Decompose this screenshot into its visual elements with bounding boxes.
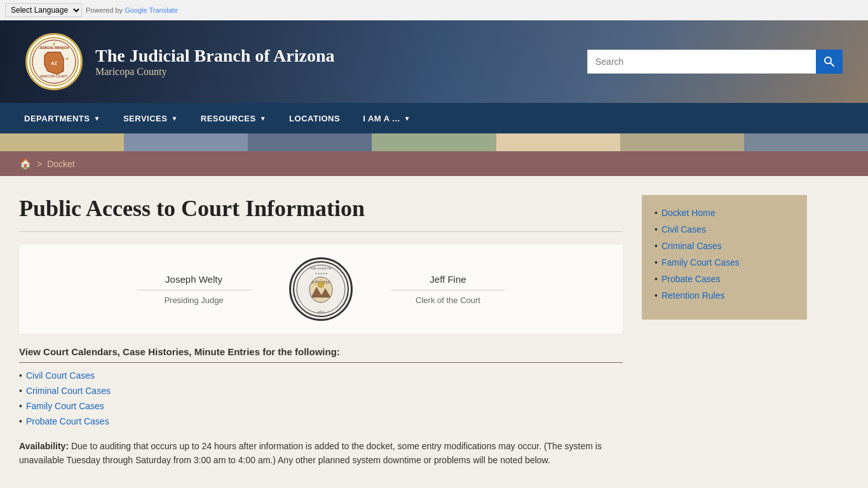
sidebar-list: Docket Home Civil Cases Criminal Cases F…: [654, 208, 794, 301]
language-select[interactable]: Select Language: [5, 3, 82, 17]
list-item: Probate Court Cases: [19, 416, 623, 426]
svg-line-10: [831, 63, 834, 66]
court-links-list: Civil Court Cases Criminal Court Cases F…: [19, 370, 623, 426]
resources-arrow: ▼: [260, 115, 266, 122]
breadcrumb-home-icon[interactable]: 🏠: [19, 158, 32, 170]
state-seal: THE STATE OF 1912 DITAT DEUS: [289, 257, 353, 321]
view-court-label: View Court Calendars, Case Histories, Mi…: [19, 346, 623, 363]
sidebar-item-probate-cases: Probate Cases: [654, 274, 794, 284]
site-header: JUDICIAL BRANCH MARICOPA COUNTY AZ The J…: [0, 20, 868, 103]
svg-text:MARICOPA COUNTY: MARICOPA COUNTY: [40, 75, 68, 78]
powered-by-label: Powered by Google Translate: [86, 6, 178, 14]
sidebar-item-civil-cases: Civil Cases: [654, 224, 794, 234]
services-arrow: ▼: [171, 115, 177, 122]
main-body: Public Access to Court Information Josep…: [19, 195, 623, 468]
sidebar-criminal-cases-link[interactable]: Criminal Cases: [661, 241, 722, 251]
main-content-bg: Public Access to Court Information Josep…: [0, 176, 868, 488]
i-am-a-arrow: ▼: [404, 115, 410, 122]
nav-services[interactable]: SERVICES ▼: [112, 103, 189, 133]
sidebar-family-court-link[interactable]: Family Court Cases: [661, 257, 740, 268]
sidebar-item-criminal-cases: Criminal Cases: [654, 241, 794, 251]
page-title: Public Access to Court Information: [19, 195, 623, 232]
nav-i-am-a[interactable]: I AM A ... ▼: [351, 103, 422, 133]
presiding-judge-block: Joseph Welty Presiding Judge: [137, 274, 251, 305]
header-title-block: The Judicial Branch of Arizona Maricopa …: [95, 46, 587, 78]
search-button[interactable]: [816, 50, 843, 74]
nav-resources[interactable]: RESOURCES ▼: [189, 103, 278, 133]
availability-text: Availability: Due to auditing that occur…: [19, 439, 623, 468]
sidebar-probate-cases-link[interactable]: Probate Cases: [661, 274, 721, 284]
site-subtitle: Maricopa County: [95, 66, 587, 78]
sidebar-item-docket-home: Docket Home: [654, 208, 794, 218]
svg-point-18: [318, 281, 324, 288]
main-nav: DEPARTMENTS ▼ SERVICES ▼ RESOURCES ▼ LOC…: [0, 103, 868, 133]
photo-strip: [0, 133, 868, 151]
sidebar: Docket Home Civil Cases Criminal Cases F…: [642, 195, 807, 468]
site-logo[interactable]: JUDICIAL BRANCH MARICOPA COUNTY AZ: [25, 33, 83, 90]
svg-text:1912: 1912: [318, 310, 325, 313]
availability-body: Due to auditing that occurs up to 24 hou…: [19, 441, 602, 465]
availability-bold: Availability:: [19, 441, 69, 451]
svg-text:AZ: AZ: [51, 61, 57, 65]
civil-court-cases-link[interactable]: Civil Court Cases: [26, 370, 95, 381]
svg-line-8: [65, 58, 69, 59]
list-item: Criminal Court Cases: [19, 386, 623, 396]
probate-court-cases-link[interactable]: Probate Court Cases: [26, 416, 109, 426]
family-court-cases-link[interactable]: Family Court Cases: [26, 401, 104, 411]
sidebar-docket-home-link[interactable]: Docket Home: [661, 208, 715, 218]
departments-arrow: ▼: [93, 115, 100, 122]
judge-name: Joseph Welty: [137, 274, 251, 290]
sidebar-item-retention-rules: Retention Rules: [654, 290, 794, 301]
sidebar-civil-cases-link[interactable]: Civil Cases: [661, 224, 706, 234]
search-area: [587, 50, 843, 74]
criminal-court-cases-link[interactable]: Criminal Court Cases: [26, 386, 111, 396]
clerk-block: Jeff Fine Clerk of the Court: [391, 274, 505, 305]
list-item: Civil Court Cases: [19, 370, 623, 381]
search-icon: [824, 56, 835, 67]
breadcrumb-current: Docket: [47, 159, 75, 169]
translate-bar: Select Language Powered by Google Transl…: [0, 0, 868, 20]
sidebar-item-family-court: Family Court Cases: [654, 257, 794, 268]
officials-section: Joseph Welty Presiding Judge THE STATE O…: [19, 245, 623, 334]
main-layout: Public Access to Court Information Josep…: [0, 176, 826, 487]
svg-text:THE STATE OF: THE STATE OF: [310, 267, 331, 270]
breadcrumb: 🏠 > Docket: [0, 151, 868, 176]
clerk-title: Clerk of the Court: [391, 295, 505, 305]
judge-title: Presiding Judge: [137, 295, 251, 305]
search-input[interactable]: [587, 50, 816, 74]
google-label: Google: [125, 6, 147, 14]
clerk-name: Jeff Fine: [391, 274, 505, 290]
sidebar-box: Docket Home Civil Cases Criminal Cases F…: [642, 195, 807, 320]
list-item: Family Court Cases: [19, 401, 623, 411]
translate-label: Translate: [149, 6, 178, 14]
breadcrumb-separator: >: [37, 159, 42, 169]
site-title: The Judicial Branch of Arizona: [95, 46, 587, 66]
svg-text:✦ ✦ ✦ ✦ ✦: ✦ ✦ ✦ ✦ ✦: [315, 272, 328, 275]
nav-departments[interactable]: DEPARTMENTS ▼: [13, 103, 112, 133]
nav-locations[interactable]: LOCATIONS: [278, 103, 351, 133]
sidebar-retention-rules-link[interactable]: Retention Rules: [661, 290, 725, 301]
